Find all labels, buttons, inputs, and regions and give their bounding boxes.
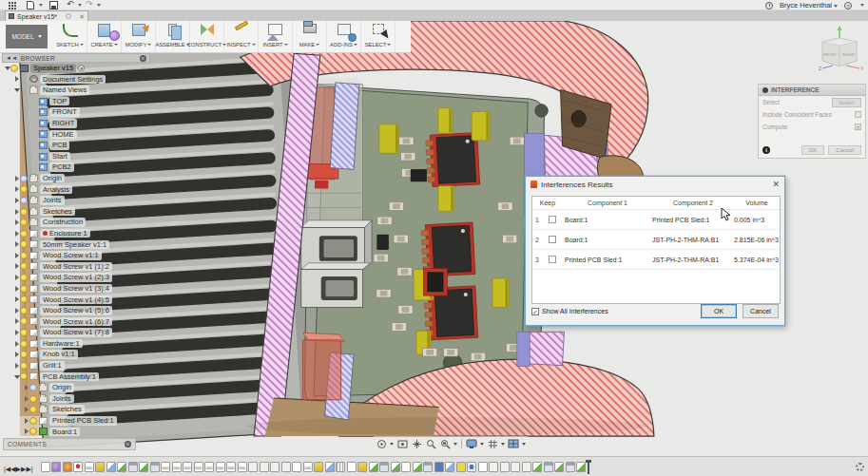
expand-arrow-icon[interactable] (13, 318, 20, 324)
timeline-feature-copy-icon[interactable] (106, 462, 116, 472)
timeline-feature-clip-icon[interactable] (379, 462, 389, 472)
browser-tree-item[interactable]: RIGHT (2, 118, 150, 129)
compute-checkbox[interactable] (855, 124, 861, 130)
browser-tree-item[interactable]: PCB2 (2, 162, 150, 173)
workspace-switcher[interactable]: MODEL (6, 25, 48, 48)
timeline-feature-paste-icon[interactable] (357, 462, 367, 472)
timeline-feature-paste-icon[interactable] (314, 462, 323, 472)
free-orbit-icon[interactable] (375, 437, 388, 450)
panel-ok-button[interactable]: OK (801, 145, 825, 155)
expand-arrow-icon[interactable] (13, 330, 20, 335)
pan-icon[interactable] (410, 437, 423, 450)
browser-tree-item[interactable]: HOME (2, 129, 150, 141)
interference-panel-header[interactable]: INTERFERENCE (759, 85, 865, 96)
timeline-feature-sketch-icon[interactable] (292, 462, 301, 472)
timeline-feature-board-icon[interactable] (532, 462, 542, 472)
visibility-bulb-icon[interactable] (20, 340, 28, 348)
browser-tree-item[interactable]: Sketches (2, 404, 150, 415)
timeline-feature-board-icon[interactable] (117, 462, 126, 472)
browser-tree-item[interactable]: Wood Screw v1 (2):3 (2, 272, 150, 283)
timeline-feature-sketch-icon[interactable] (401, 462, 411, 472)
timeline-feature-page-icon[interactable] (478, 462, 488, 472)
visibility-bulb-icon[interactable] (29, 384, 37, 391)
show-all-checkbox[interactable]: ✓ Show All Interferences (531, 308, 608, 315)
browser-tree-item[interactable]: Wood Screw v1 (1):2 (2, 261, 150, 273)
timeline-feature-flag-icon[interactable] (456, 462, 466, 472)
dialog-close-icon[interactable]: ✕ (772, 180, 780, 189)
timeline-feature-motion-icon[interactable] (270, 462, 280, 472)
timeline-feature-motion-icon[interactable] (522, 462, 531, 472)
fit-caret[interactable] (453, 443, 457, 446)
visibility-bulb-icon[interactable] (29, 428, 37, 435)
select-button[interactable]: Select (832, 98, 861, 107)
expand-arrow-icon[interactable] (23, 385, 29, 390)
timeline-feature-origin-icon[interactable]: 000 (216, 462, 225, 472)
timeline-feature-stamp-icon[interactable] (434, 462, 444, 472)
help-icon[interactable]: ? (844, 2, 852, 10)
grid-caret[interactable] (501, 443, 505, 446)
browser-tree-item[interactable]: Board:1 (2, 427, 150, 438)
ribbon-tab-create[interactable]: CREATE (87, 21, 122, 52)
timeline-feature-board-icon[interactable] (576, 462, 586, 472)
timeline-feature-grid-icon[interactable] (336, 462, 345, 472)
visibility-bulb-icon[interactable] (20, 317, 28, 325)
timeline-feature-clip-icon[interactable] (423, 462, 433, 472)
timeline-settings-icon[interactable] (856, 463, 864, 471)
visibility-bulb-icon[interactable] (20, 295, 28, 303)
timeline-feature-origin-icon[interactable]: 000 (204, 462, 214, 472)
browser-settings-icon[interactable]: ⊙ (140, 55, 146, 62)
expand-arrow-icon[interactable] (13, 363, 20, 369)
visibility-bulb-icon[interactable] (20, 307, 28, 314)
expand-arrow-icon[interactable] (13, 286, 20, 292)
browser-tree-item[interactable]: Wood Screw v1 (3):4 (2, 283, 150, 295)
browser-tree-item[interactable]: Hardware:1 (2, 338, 150, 350)
expand-arrow-icon[interactable] (23, 418, 29, 424)
visibility-bulb-icon[interactable] (20, 252, 28, 259)
ribbon-tab-insert[interactable]: INSERT (259, 21, 293, 52)
user-menu[interactable]: Bryce Heventhal (780, 1, 838, 10)
browser-tree-item[interactable]: Wood Screw v1 (4):5 (2, 294, 150, 305)
job-status-icon[interactable] (765, 2, 773, 10)
visibility-bulb-icon[interactable] (20, 262, 28, 270)
visibility-bulb-icon[interactable] (20, 185, 28, 193)
expand-arrow-icon[interactable] (13, 341, 20, 347)
timeline-feature-clip-icon[interactable] (128, 462, 138, 472)
expand-arrow-icon[interactable] (13, 76, 20, 82)
visibility-bulb-icon[interactable] (29, 417, 37, 425)
interference-row[interactable]: 2Board:1JST-PH-2-THM-RA:B12.815E-06 in^3 (532, 230, 780, 250)
orbit-caret[interactable] (390, 443, 394, 446)
browser-tree-item[interactable]: Knob v1:1 (2, 349, 150, 360)
timeline-feature-origin-icon[interactable]: 000 (238, 462, 247, 472)
activate-radio-icon[interactable] (78, 65, 85, 71)
browser-tree-item[interactable]: Joints (2, 393, 150, 405)
expand-arrow-icon[interactable] (23, 396, 29, 402)
timeline-feature-paste-icon[interactable] (95, 462, 105, 472)
display-caret[interactable] (480, 443, 484, 446)
browser-tree-item[interactable]: Document Settings (2, 74, 150, 86)
expand-arrow-icon[interactable] (23, 428, 29, 434)
timeline-feature-clip-icon[interactable] (566, 462, 575, 472)
browser-tree-item[interactable]: Wood Screw v1 (6):7 (2, 316, 150, 328)
browser-collapse-icon[interactable]: ◄◄ (6, 55, 18, 61)
browser-tree-item[interactable]: TOP (2, 96, 150, 107)
tab-close-icon[interactable]: ✕ (79, 12, 85, 21)
undo-caret[interactable] (78, 4, 82, 7)
expand-arrow-icon[interactable] (4, 66, 10, 70)
timeline-feature-board-icon[interactable] (139, 462, 148, 472)
expand-arrow-icon[interactable] (13, 219, 20, 225)
ribbon-tab-construct[interactable]: CONSTRUCT (190, 21, 224, 52)
grid-display-icon[interactable] (486, 437, 499, 450)
keep-checkbox[interactable] (549, 216, 556, 223)
ribbon-tab-make[interactable]: MAKE (293, 21, 327, 52)
browser-tree-item[interactable]: PCB (2, 140, 150, 151)
interference-row[interactable]: 3Printed PCB Sled:1JST-PH-2-THM-RA:B15.3… (532, 250, 780, 270)
visibility-bulb-icon[interactable] (20, 372, 28, 380)
expand-arrow-icon[interactable] (13, 241, 20, 247)
visibility-bulb-icon[interactable] (20, 230, 28, 238)
expand-arrow-icon[interactable] (13, 176, 20, 181)
expand-arrow-icon[interactable] (13, 308, 20, 314)
expand-arrow-icon[interactable] (13, 253, 20, 258)
file-menu-icon[interactable] (27, 1, 34, 10)
viewports-caret[interactable] (522, 443, 526, 446)
ribbon-tab-select[interactable]: SELECT (361, 21, 395, 52)
